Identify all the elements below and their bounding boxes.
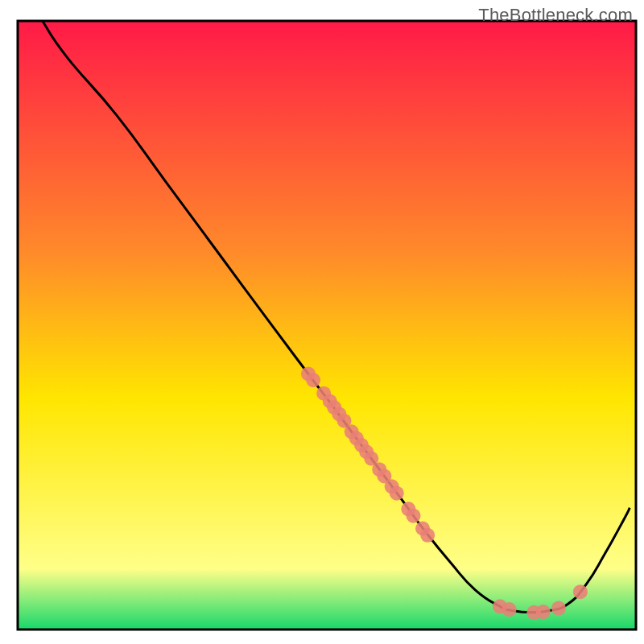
highlight-point bbox=[502, 602, 517, 617]
highlight-point bbox=[420, 528, 435, 543]
highlight-point bbox=[407, 509, 421, 523]
highlight-point bbox=[551, 601, 566, 616]
highlight-point bbox=[573, 584, 588, 599]
chart-container: TheBottleneck.com bbox=[0, 0, 644, 644]
highlight-point bbox=[390, 486, 404, 501]
highlight-point bbox=[306, 373, 320, 387]
bottleneck-chart bbox=[0, 0, 644, 644]
highlight-point bbox=[536, 605, 551, 619]
plot-gradient-background bbox=[18, 21, 636, 630]
attribution-label: TheBottleneck.com bbox=[478, 5, 633, 26]
